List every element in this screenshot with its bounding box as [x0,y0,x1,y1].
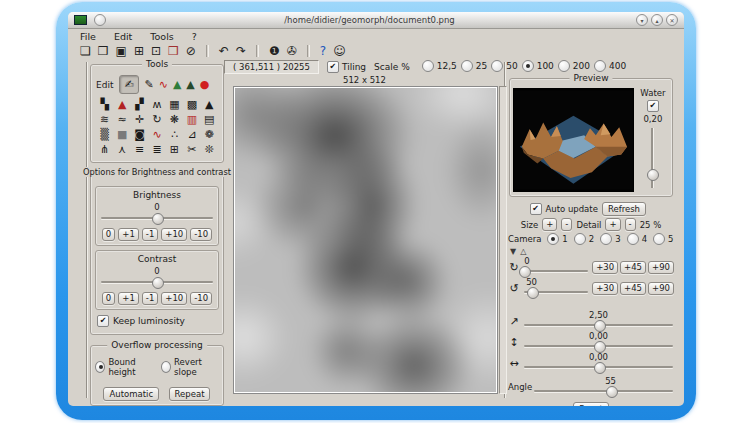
angle-slider[interactable]: 55 [533,377,674,397]
pan-horizontal-slider[interactable]: 0,00 [523,353,674,373]
detail-minus-button[interactable]: - [625,218,636,231]
document-options-icon[interactable]: ⊡ [151,44,161,58]
double-wave-icon[interactable]: ≈ [115,113,129,127]
scale-radio[interactable] [522,60,534,72]
mountain-icon[interactable]: ▲ [202,98,216,112]
menu-edit[interactable]: Edit [112,31,134,42]
red-peak-icon[interactable]: ▲ [115,98,129,112]
multi-wave-icon[interactable]: ʍ [150,98,164,112]
stop-icon[interactable]: ⊘ [186,44,196,58]
contrast--10-button[interactable]: -10 [190,292,212,305]
camera-radio[interactable] [627,233,639,245]
rotate-plus90-button[interactable]: +90 [648,282,674,295]
redo-icon[interactable]: ↷ [236,44,246,58]
scale-option-200[interactable]: 200 [558,60,590,72]
refresh-button[interactable]: Refresh [602,202,646,216]
canvas-vertical-scrollbar[interactable] [499,86,507,394]
keep-luminosity-checkbox[interactable]: ✔ [97,315,109,327]
camera-radio[interactable] [653,233,665,245]
tiling-checkbox-box[interactable]: ✔ [327,61,339,73]
size-minus-button[interactable]: - [561,218,572,231]
rotate-y-axis-slider[interactable]: 0 [523,257,589,277]
brightness-slider-handle[interactable] [152,213,164,225]
scale-radio[interactable] [558,60,570,72]
scale-option-100[interactable]: 100 [522,60,554,72]
rotate-plus45-button[interactable]: +45 [620,261,646,274]
flower-knot-icon[interactable]: ❁ [202,128,216,142]
tilt-up-button[interactable]: △ [520,247,526,256]
open-recent-icon[interactable]: ❒ [168,44,179,58]
angle-slider-handle[interactable] [606,386,618,398]
scatter-dots-icon[interactable]: ∴ [167,128,181,142]
dither-icon[interactable]: ▒ [98,128,112,142]
contrast-plus10-button[interactable]: +10 [161,292,187,305]
size-plus-button[interactable]: + [542,218,557,231]
gray-square-icon[interactable]: ■ [115,128,129,142]
menu-tools[interactable]: Tools [148,31,175,42]
brightness-0-button[interactable]: 0 [102,228,115,241]
scale-radio[interactable] [594,60,606,72]
city-blocks-icon[interactable]: ▦ [167,98,181,112]
camera-option-4[interactable]: 4 [627,233,647,245]
pencil-tool-icon[interactable]: ✎ [144,78,153,91]
rotate-plus90-button[interactable]: +90 [648,261,674,274]
draw-tool-button[interactable]: ✍ [119,75,139,94]
render-icon[interactable]: ✇ [287,44,297,58]
triple-lines-icon[interactable]: ≡ [133,143,147,157]
camera-radio[interactable] [547,233,559,245]
menu-help[interactable]: ? [190,31,199,42]
brightness-plus10-button[interactable]: +10 [161,228,187,241]
tiling-checkbox[interactable]: ✔ Tiling [327,61,366,73]
close-button[interactable]: ✕ [666,14,678,26]
overflow-option-bound-height[interactable]: Bound height [95,357,157,377]
rotate-plus45-button[interactable]: +45 [620,282,646,295]
terrain-preview-image[interactable] [513,88,634,192]
maximize-button[interactable]: ▴ [651,14,663,26]
preview-reset-button[interactable]: Reset [573,402,609,406]
scale-option-12-5[interactable]: 12,5 [422,60,457,72]
pan-vertical-slider[interactable]: 0,00 [523,332,674,352]
tilt-down-button[interactable]: ▼ [510,247,516,256]
contrast--1-button[interactable]: -1 [142,292,158,305]
camera-option-3[interactable]: 3 [600,233,620,245]
contrast-0-button[interactable]: 0 [102,292,115,305]
slider-handle[interactable] [527,287,539,299]
menu-file[interactable]: File [78,31,98,42]
camera-option-5[interactable]: 5 [653,233,673,245]
camera-radio[interactable] [574,233,586,245]
auto-update-checkbox[interactable]: ✔ [530,203,542,215]
overflow-option-revert-slope[interactable]: Revert slope [161,357,219,377]
scale-option-25[interactable]: 25 [461,60,487,72]
brightness--10-button[interactable]: -10 [190,228,212,241]
overflow-radio[interactable] [95,361,105,373]
pane-divider-left[interactable] [86,62,88,398]
camera-radio[interactable] [600,233,612,245]
rotate-plus30-button[interactable]: +30 [592,261,618,274]
snowflake-icon[interactable]: ❋ [167,113,181,127]
camera-option-1[interactable]: 1 [547,233,567,245]
titlebar-shade-button[interactable] [94,14,106,26]
celtic-knot-icon[interactable]: ❊ [202,143,216,157]
titlebar[interactable]: /home/didier/geomorph/document0.png ▾ ▴ … [68,12,684,29]
checker-invert-icon[interactable]: ▞ [133,98,147,112]
open-document-icon[interactable]: ❒ [98,44,109,58]
brightness-plus1-button[interactable]: +1 [118,228,139,241]
minimize-button[interactable]: ▾ [636,14,648,26]
save-icon[interactable]: ▣ [116,44,127,58]
water-slider[interactable] [647,127,658,189]
rotate-x-axis-slider[interactable]: 50 [523,278,589,298]
about-icon[interactable]: ☺ [333,44,346,58]
overflow-radio[interactable] [161,361,171,373]
water-checkbox[interactable]: ✔ [647,100,659,112]
net-icon[interactable]: ⊞ [167,143,181,157]
crack-branch-icon[interactable]: ⋔ [98,143,112,157]
contrast-slider-handle[interactable] [152,277,164,289]
scale-radio[interactable] [422,60,434,72]
grid-rows-icon[interactable]: ▤ [202,113,216,127]
rotate-plus30-button[interactable]: +30 [592,282,618,295]
distance-slider[interactable]: 2,50 [523,311,674,331]
help-icon[interactable]: ? [320,44,326,58]
save-as-icon[interactable]: ⊞ [134,44,144,58]
terrain-green-icon[interactable]: ▲ [173,78,181,91]
contrast-slider[interactable] [100,277,214,288]
